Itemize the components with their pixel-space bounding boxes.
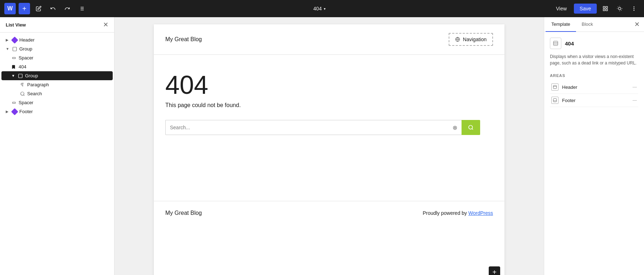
footer-block-icon	[11, 108, 18, 115]
topbar-left: W +	[4, 3, 87, 14]
group-toggle-icon: ▼	[6, 47, 10, 51]
footer-toggle-icon: ▶	[6, 110, 10, 114]
svg-point-10	[619, 8, 621, 10]
canvas-blog-name: My Great Blog	[165, 36, 202, 43]
svg-rect-8	[606, 9, 608, 11]
list-view-panel: List View ✕ ▶ Header ▼ Group	[0, 17, 114, 275]
svg-point-34	[469, 125, 473, 129]
svg-line-27	[24, 95, 25, 96]
navigation-label: Navigation	[463, 37, 487, 42]
svg-rect-25	[19, 74, 23, 78]
footer-powered-text: Proudly powered by WordPress	[423, 210, 493, 216]
theme-toggle-button[interactable]	[614, 3, 625, 14]
add-block-topbar-button[interactable]: +	[19, 3, 30, 14]
more-options-button[interactable]	[628, 3, 640, 14]
tab-template[interactable]: Template	[546, 17, 576, 32]
tree-item-group2[interactable]: ▼ Group	[1, 71, 113, 80]
list-view-button[interactable]	[76, 3, 87, 14]
svg-rect-20	[13, 47, 17, 51]
footer-wordpress-link[interactable]: WordPress	[468, 210, 493, 216]
tree-item-paragraph[interactable]: Paragraph	[1, 80, 113, 89]
spacer2-label: Spacer	[19, 100, 33, 105]
canvas-header: My Great Blog Navigation	[154, 24, 504, 55]
spacer2-block-icon	[11, 100, 16, 105]
search-block-icon	[20, 91, 25, 96]
area-item-footer[interactable]: Footer —	[550, 94, 638, 107]
svg-rect-6	[603, 6, 605, 8]
group2-label: Group	[25, 73, 38, 78]
area-footer-icon	[551, 97, 558, 104]
tree-item-404[interactable]: 404	[1, 62, 113, 71]
header-label: Header	[19, 37, 35, 43]
area-item-header[interactable]: Header —	[550, 81, 638, 94]
group2-block-icon	[18, 73, 23, 78]
area-header-dash: —	[633, 85, 637, 90]
right-panel-content: 404 Displays when a visitor views a non-…	[544, 32, 644, 113]
spacer1-label: Spacer	[19, 55, 33, 61]
svg-line-35	[472, 129, 473, 130]
tab-block[interactable]: Block	[576, 17, 599, 32]
page-title-area[interactable]: 404 ▾	[313, 6, 326, 11]
search-label: Search	[27, 91, 42, 96]
tree-item-spacer1[interactable]: Spacer	[1, 53, 113, 62]
svg-rect-9	[603, 9, 605, 11]
svg-rect-41	[553, 99, 557, 102]
header-block-icon	[11, 37, 18, 44]
right-panel-header: Template Block ✕	[544, 17, 644, 32]
page-title-chevron-icon: ▾	[324, 7, 326, 11]
svg-line-13	[618, 7, 618, 7]
canvas-inner: My Great Blog Navigation 404 This page c…	[154, 24, 504, 275]
404-block-icon	[11, 64, 16, 69]
area-header-icon	[551, 83, 558, 91]
settings-button[interactable]	[600, 3, 611, 14]
add-block-canvas-button[interactable]: +	[489, 266, 500, 275]
group2-toggle-icon: ▼	[11, 74, 16, 78]
topbar: W + 404 ▾ View Save	[0, 0, 644, 17]
tree-item-search[interactable]: Search	[1, 89, 113, 98]
navigation-block[interactable]: Navigation	[449, 33, 493, 46]
search-input-wrap: ⊗	[165, 120, 462, 135]
tree-item-group[interactable]: ▼ Group	[1, 44, 113, 53]
header-toggle-icon: ▶	[6, 38, 10, 42]
topbar-center: 404 ▾	[313, 6, 326, 11]
area-header-label: Header	[562, 85, 577, 90]
edit-button[interactable]	[33, 3, 44, 14]
canvas-footer: My Great Blog Proudly powered by WordPre…	[154, 201, 504, 225]
redo-button[interactable]	[62, 3, 73, 14]
template-description: Displays when a visitor views a non-exis…	[550, 53, 638, 66]
list-view-title: List View	[6, 22, 26, 28]
wordpress-logo[interactable]: W	[4, 3, 16, 14]
search-submit-button[interactable]	[462, 120, 480, 135]
area-footer-dash: —	[633, 98, 637, 103]
paragraph-block-icon	[20, 82, 25, 87]
search-clear-icon[interactable]: ⊗	[453, 124, 457, 131]
template-name: 404	[565, 40, 574, 47]
svg-rect-39	[553, 86, 557, 89]
search-row: ⊗	[165, 120, 480, 135]
paragraph-label: Paragraph	[27, 82, 49, 87]
canvas-content: 404 This page could not be found. ⊗	[154, 55, 504, 158]
list-view-close-button[interactable]: ✕	[103, 21, 108, 28]
404-label: 404	[19, 64, 26, 69]
topbar-right: View Save	[552, 3, 640, 14]
svg-point-26	[21, 92, 24, 95]
right-panel-close-button[interactable]: ✕	[631, 19, 643, 30]
view-button[interactable]: View	[552, 4, 571, 14]
group-block-icon	[12, 47, 17, 52]
nav-block-icon	[455, 37, 460, 42]
footer-blog-name: My Great Blog	[165, 210, 202, 216]
undo-button[interactable]	[47, 3, 59, 14]
tree-items: ▶ Header ▼ Group Spacer	[0, 33, 114, 119]
search-input[interactable]	[170, 120, 453, 135]
areas-label: AREAS	[550, 73, 638, 78]
canvas-area: My Great Blog Navigation 404 This page c…	[114, 17, 544, 275]
svg-rect-7	[606, 6, 608, 8]
tree-item-footer[interactable]: ▶ Footer	[1, 107, 113, 116]
spacer1-block-icon	[11, 56, 16, 61]
tree-item-spacer2[interactable]: Spacer	[1, 98, 113, 107]
group-label: Group	[19, 46, 32, 52]
svg-point-17	[634, 7, 634, 7]
save-button[interactable]: Save	[574, 4, 597, 14]
right-panel: Template Block ✕ 404 Displays when a vis…	[544, 17, 644, 275]
tree-item-header[interactable]: ▶ Header	[1, 35, 113, 44]
